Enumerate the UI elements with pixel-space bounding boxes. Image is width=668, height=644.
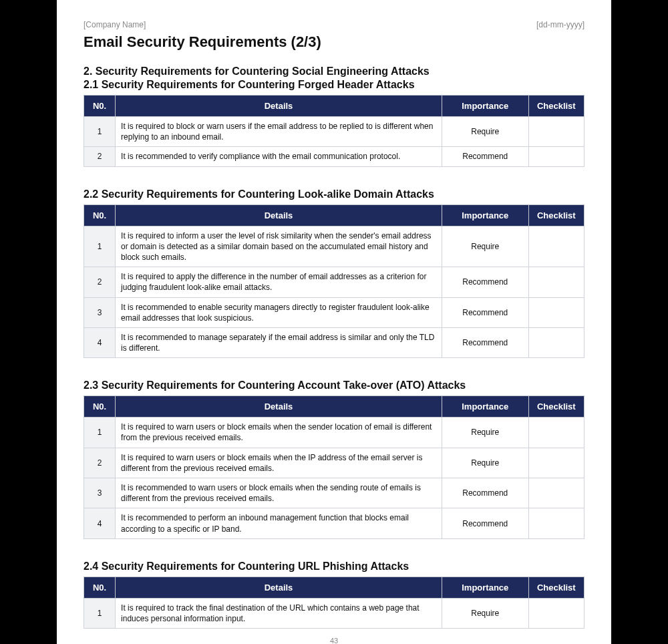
cell-details: It is required to track the final destin… bbox=[116, 598, 442, 628]
cell-details: It is required to apply the difference i… bbox=[116, 267, 442, 297]
col-no: N0. bbox=[84, 577, 116, 598]
cell-no: 1 bbox=[84, 598, 116, 628]
col-details: Details bbox=[116, 96, 442, 117]
cell-importance: Require bbox=[442, 226, 528, 267]
table-header-row: N0. Details Importance Checklist bbox=[84, 396, 584, 418]
col-importance: Importance bbox=[442, 204, 528, 226]
table-row: 1 It is required to block or warn users … bbox=[84, 117, 584, 147]
cell-no: 3 bbox=[84, 297, 116, 327]
cell-details: It is required to block or warn users if… bbox=[116, 117, 442, 147]
cell-importance: Require bbox=[442, 418, 528, 448]
col-importance: Importance bbox=[442, 96, 528, 117]
cell-no: 2 bbox=[84, 267, 116, 297]
cell-no: 1 bbox=[84, 226, 116, 267]
cell-details: It is required to warn users or block em… bbox=[116, 418, 442, 448]
cell-no: 2 bbox=[84, 147, 116, 166]
cell-checklist[interactable] bbox=[528, 418, 584, 448]
section-heading: 2. Security Requirements for Countering … bbox=[84, 65, 584, 77]
document-page: [Company Name] [dd-mm-yyyy] Email Securi… bbox=[57, 0, 611, 644]
cell-details: It is required to inform a user the leve… bbox=[116, 226, 442, 267]
cell-checklist[interactable] bbox=[528, 327, 584, 357]
col-no: N0. bbox=[84, 204, 116, 226]
cell-no: 1 bbox=[84, 117, 116, 147]
cell-details: It is recommended to enable security man… bbox=[116, 297, 442, 327]
requirements-table-2-1: N0. Details Importance Checklist 1 It is… bbox=[84, 95, 584, 167]
subsection-heading-2-2: 2.2 Security Requirements for Countering… bbox=[84, 188, 584, 200]
cell-checklist[interactable] bbox=[528, 598, 584, 628]
table-header-row: N0. Details Importance Checklist bbox=[84, 577, 584, 598]
subsection-heading-2-3: 2.3 Security Requirements for Countering… bbox=[84, 379, 584, 391]
cell-no: 4 bbox=[84, 508, 116, 538]
subsection-heading-2-4: 2.4 Security Requirements for Countering… bbox=[84, 560, 584, 573]
col-checklist: Checklist bbox=[528, 96, 584, 117]
cell-importance: Recommend bbox=[442, 297, 528, 327]
col-no: N0. bbox=[84, 396, 116, 418]
col-no: N0. bbox=[84, 96, 116, 117]
cell-no: 1 bbox=[84, 418, 116, 448]
col-checklist: Checklist bbox=[528, 577, 584, 598]
table-row: 1 It is required to track the final dest… bbox=[84, 598, 584, 628]
col-details: Details bbox=[116, 204, 442, 226]
cell-checklist[interactable] bbox=[528, 297, 584, 327]
requirements-table-2-2: N0. Details Importance Checklist 1 It is… bbox=[84, 204, 584, 359]
cell-checklist[interactable] bbox=[528, 508, 584, 538]
col-importance: Importance bbox=[442, 577, 528, 598]
table-row: 2 It is recommended to verify compliance… bbox=[84, 147, 584, 166]
cell-checklist[interactable] bbox=[528, 226, 584, 267]
company-placeholder: [Company Name] bbox=[84, 20, 146, 29]
subsection-heading-2-1: 2.1 Security Requirements for Countering… bbox=[84, 79, 584, 91]
table-row: 2 It is required to warn users or block … bbox=[84, 448, 584, 478]
cell-checklist[interactable] bbox=[528, 267, 584, 297]
col-checklist: Checklist bbox=[528, 204, 584, 226]
cell-checklist[interactable] bbox=[528, 448, 584, 478]
cell-details: It is recommended to warn users or block… bbox=[116, 478, 442, 508]
col-details: Details bbox=[116, 396, 442, 418]
page-title: Email Security Requirements (2/3) bbox=[84, 33, 584, 51]
cell-no: 2 bbox=[84, 448, 116, 478]
table-row: 2 It is required to apply the difference… bbox=[84, 267, 584, 297]
date-placeholder: [dd-mm-yyyy] bbox=[536, 20, 584, 29]
cell-importance: Require bbox=[442, 117, 528, 147]
cell-importance: Require bbox=[442, 448, 528, 478]
cell-no: 3 bbox=[84, 478, 116, 508]
requirements-table-2-3: N0. Details Importance Checklist 1 It is… bbox=[84, 395, 584, 539]
cell-checklist[interactable] bbox=[528, 147, 584, 166]
cell-details: It is recommended to manage separately i… bbox=[116, 327, 442, 357]
col-details: Details bbox=[116, 577, 442, 598]
table-row: 3 It is recommended to enable security m… bbox=[84, 297, 584, 327]
cell-importance: Recommend bbox=[442, 267, 528, 297]
cell-details: It is recommended to verify compliance w… bbox=[116, 147, 442, 166]
cell-importance: Recommend bbox=[442, 508, 528, 538]
table-row: 1 It is required to warn users or block … bbox=[84, 418, 584, 448]
cell-checklist[interactable] bbox=[528, 478, 584, 508]
cell-details: It is recommended to perform an inbound … bbox=[116, 508, 442, 538]
col-checklist: Checklist bbox=[528, 396, 584, 418]
table-row: 1 It is required to inform a user the le… bbox=[84, 226, 584, 267]
cell-importance: Recommend bbox=[442, 147, 528, 166]
cell-details: It is required to warn users or block em… bbox=[116, 448, 442, 478]
table-row: 4 It is recommended to perform an inboun… bbox=[84, 508, 584, 538]
cell-checklist[interactable] bbox=[528, 117, 584, 147]
page-header: [Company Name] [dd-mm-yyyy] bbox=[84, 20, 584, 29]
table-row: 3 It is recommended to warn users or blo… bbox=[84, 478, 584, 508]
col-importance: Importance bbox=[442, 396, 528, 418]
table-header-row: N0. Details Importance Checklist bbox=[84, 204, 584, 226]
table-row: 4 It is recommended to manage separately… bbox=[84, 327, 584, 357]
cell-importance: Recommend bbox=[442, 478, 528, 508]
requirements-table-2-4: N0. Details Importance Checklist 1 It is… bbox=[84, 577, 584, 629]
page-number: 43 bbox=[84, 637, 584, 644]
cell-no: 4 bbox=[84, 327, 116, 357]
table-header-row: N0. Details Importance Checklist bbox=[84, 96, 584, 117]
cell-importance: Recommend bbox=[442, 327, 528, 357]
cell-importance: Require bbox=[442, 598, 528, 628]
